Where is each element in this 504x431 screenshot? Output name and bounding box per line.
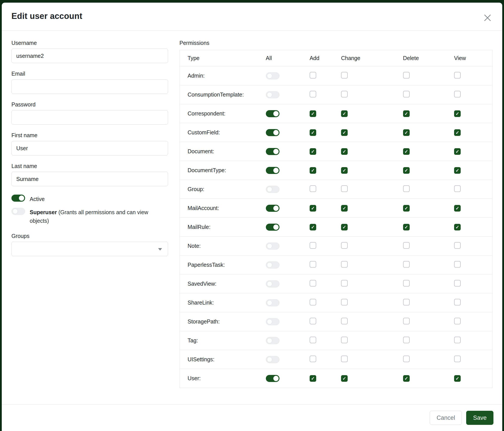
permission-all-toggle[interactable] [266, 299, 279, 306]
permission-change-checkbox[interactable] [341, 337, 348, 343]
permission-view-checkbox[interactable] [454, 337, 461, 343]
permission-all-toggle[interactable] [266, 91, 279, 98]
permission-view-checkbox[interactable] [454, 72, 461, 79]
permission-all-toggle[interactable] [266, 318, 279, 325]
permission-delete-checkbox[interactable] [403, 185, 410, 192]
permission-delete-checkbox[interactable] [403, 280, 410, 287]
permission-delete-checkbox[interactable] [403, 356, 410, 362]
permission-delete-checkbox[interactable] [403, 91, 410, 98]
permission-add-checkbox[interactable]: ✓ [310, 224, 316, 230]
last-name-input[interactable] [11, 172, 168, 186]
permission-all-toggle[interactable] [266, 337, 279, 344]
close-button[interactable] [482, 13, 493, 23]
permission-view-checkbox[interactable] [454, 261, 461, 268]
permission-change-checkbox[interactable] [341, 185, 348, 192]
superuser-toggle[interactable] [11, 208, 25, 215]
permission-change-checkbox[interactable]: ✓ [341, 110, 348, 117]
permission-all-toggle[interactable] [266, 129, 279, 136]
permission-add-checkbox[interactable] [310, 261, 316, 268]
permission-view-checkbox[interactable] [454, 91, 461, 98]
permission-change-checkbox[interactable] [341, 72, 348, 79]
permission-all-toggle[interactable] [266, 148, 279, 155]
permission-all-toggle[interactable] [266, 110, 279, 117]
permission-change-checkbox[interactable]: ✓ [341, 375, 348, 382]
permission-view-checkbox[interactable] [454, 280, 461, 287]
permission-add-checkbox[interactable] [310, 185, 316, 192]
permission-add-checkbox[interactable]: ✓ [310, 167, 316, 174]
permission-delete-checkbox[interactable]: ✓ [403, 224, 410, 230]
first-name-group: First name [11, 132, 168, 155]
save-button[interactable]: Save [466, 411, 494, 425]
permission-delete-checkbox[interactable]: ✓ [403, 167, 410, 174]
permission-all-toggle[interactable] [266, 356, 279, 363]
permission-add-checkbox[interactable] [310, 91, 316, 98]
permission-add-checkbox[interactable]: ✓ [310, 205, 316, 212]
permission-view-checkbox[interactable]: ✓ [454, 148, 461, 155]
permission-add-checkbox[interactable] [310, 299, 316, 305]
permission-all-toggle[interactable] [266, 224, 279, 231]
permission-all-toggle[interactable] [266, 375, 279, 382]
permission-add-checkbox[interactable] [310, 242, 316, 249]
permission-all-toggle[interactable] [266, 72, 279, 79]
permission-delete-checkbox[interactable]: ✓ [403, 148, 410, 155]
permission-change-checkbox[interactable]: ✓ [341, 205, 348, 212]
modal-header: Edit user account [2, 3, 502, 31]
permission-view-checkbox[interactable]: ✓ [454, 110, 461, 117]
active-toggle[interactable] [11, 195, 25, 202]
permission-all-toggle[interactable] [266, 167, 279, 174]
permission-all-toggle[interactable] [266, 186, 279, 193]
permission-change-checkbox[interactable]: ✓ [341, 148, 348, 155]
permission-view-checkbox[interactable]: ✓ [454, 224, 461, 230]
permission-add-checkbox[interactable]: ✓ [310, 129, 316, 136]
permission-add-checkbox[interactable] [310, 318, 316, 324]
permission-delete-checkbox[interactable] [403, 299, 410, 305]
permission-view-checkbox[interactable] [454, 318, 461, 324]
username-input[interactable] [11, 49, 168, 63]
permission-delete-checkbox[interactable]: ✓ [403, 205, 410, 212]
permission-add-checkbox[interactable]: ✓ [310, 110, 316, 117]
cancel-button[interactable]: Cancel [430, 411, 462, 425]
permission-delete-checkbox[interactable] [403, 242, 410, 249]
permission-change-checkbox[interactable] [341, 299, 348, 305]
password-input[interactable] [11, 110, 168, 125]
permission-change-checkbox[interactable]: ✓ [341, 129, 348, 136]
permission-delete-checkbox[interactable]: ✓ [403, 375, 410, 382]
permission-change-checkbox[interactable] [341, 242, 348, 249]
modal-footer: Cancel Save [2, 404, 502, 431]
permission-delete-checkbox[interactable] [403, 318, 410, 324]
permission-view-checkbox[interactable]: ✓ [454, 205, 461, 212]
permission-change-checkbox[interactable] [341, 318, 348, 324]
permission-delete-checkbox[interactable] [403, 337, 410, 343]
permission-view-checkbox[interactable]: ✓ [454, 129, 461, 136]
permission-add-checkbox[interactable] [310, 356, 316, 362]
permission-delete-checkbox[interactable]: ✓ [403, 129, 410, 136]
permission-delete-checkbox[interactable] [403, 261, 410, 268]
permission-all-toggle[interactable] [266, 261, 279, 269]
permission-add-checkbox[interactable] [310, 72, 316, 79]
permission-all-toggle[interactable] [266, 205, 279, 212]
permission-add-checkbox[interactable] [310, 337, 316, 343]
permission-change-checkbox[interactable] [341, 280, 348, 287]
permission-view-checkbox[interactable]: ✓ [454, 167, 461, 174]
permission-add-checkbox[interactable]: ✓ [310, 148, 316, 155]
permission-change-checkbox[interactable]: ✓ [341, 224, 348, 230]
permission-delete-checkbox[interactable]: ✓ [403, 110, 410, 117]
groups-select[interactable] [11, 242, 168, 256]
permission-view-checkbox[interactable]: ✓ [454, 375, 461, 382]
permission-add-checkbox[interactable] [310, 280, 316, 287]
permission-view-checkbox[interactable] [454, 242, 461, 249]
permission-change-checkbox[interactable] [341, 91, 348, 98]
email-input[interactable] [11, 79, 168, 94]
permission-all-toggle[interactable] [266, 242, 279, 250]
permission-change-checkbox[interactable] [341, 261, 348, 268]
permission-change-checkbox[interactable] [341, 356, 348, 362]
permission-view-checkbox[interactable] [454, 356, 461, 362]
permission-add-checkbox[interactable]: ✓ [310, 375, 316, 382]
permission-change-checkbox[interactable]: ✓ [341, 167, 348, 174]
permission-view-checkbox[interactable] [454, 299, 461, 305]
first-name-input[interactable] [11, 141, 168, 155]
permission-all-toggle[interactable] [266, 280, 279, 287]
permission-view-checkbox[interactable] [454, 185, 461, 192]
permission-delete-checkbox[interactable] [403, 72, 410, 79]
permission-type-label: ConsumptionTemplate: [180, 85, 266, 104]
